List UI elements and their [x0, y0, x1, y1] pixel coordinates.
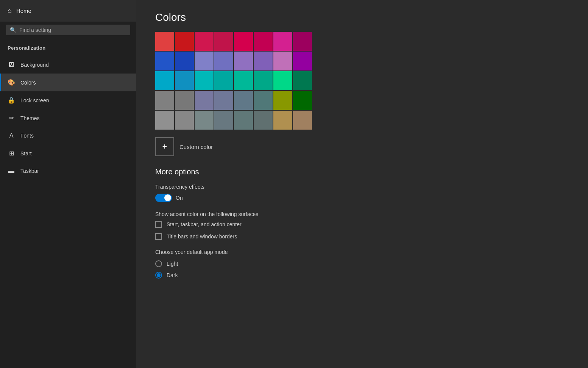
sidebar-item-label-fonts: Fonts	[20, 133, 34, 139]
radio-light-row[interactable]: Light	[155, 260, 569, 267]
sidebar-home[interactable]: ⌂ Home	[0, 0, 136, 22]
color-swatch-31[interactable]	[293, 91, 312, 110]
transparency-toggle-row: On	[155, 194, 569, 202]
sidebar-item-label-background: Background	[20, 62, 49, 68]
color-swatch-22[interactable]	[273, 71, 292, 90]
color-swatch-4[interactable]	[234, 32, 253, 51]
color-grid	[155, 32, 569, 130]
radio-dark-row[interactable]: Dark	[155, 272, 569, 279]
color-swatch-23[interactable]	[293, 71, 312, 90]
transparency-label: Transparency effects	[155, 184, 569, 190]
radio-dark[interactable]	[155, 272, 162, 279]
radio-light[interactable]	[155, 260, 162, 267]
color-swatch-6[interactable]	[273, 32, 292, 51]
start-icon: ⊞	[8, 150, 15, 157]
search-box[interactable]: 🔍	[6, 25, 130, 35]
color-swatch-29[interactable]	[254, 91, 273, 110]
color-swatch-9[interactable]	[175, 52, 194, 70]
radio-light-label: Light	[167, 261, 178, 267]
taskbar-icon: ▬	[8, 168, 15, 174]
checkbox-title-bars-label: Title bars and window borders	[167, 233, 237, 240]
sidebar-item-background[interactable]: 🖼 Background	[0, 56, 136, 74]
more-options-title: More options	[155, 168, 569, 176]
color-swatch-19[interactable]	[214, 71, 233, 90]
color-swatch-16[interactable]	[155, 71, 174, 90]
fonts-icon: A	[8, 132, 15, 139]
sidebar: ⌂ Home 🔍 Personalization 🖼 Background 🎨 …	[0, 0, 136, 368]
checkbox-title-bars-row[interactable]: Title bars and window borders	[155, 233, 569, 240]
radio-dark-label: Dark	[167, 272, 178, 278]
color-swatch-28[interactable]	[234, 91, 253, 110]
color-swatch-15[interactable]	[293, 52, 312, 70]
nav-container: 🖼 Background 🎨 Colors 🔒 Lock screen ✏ Th…	[0, 56, 136, 180]
transparency-on-label: On	[176, 195, 183, 201]
sidebar-item-label-lock-screen: Lock screen	[20, 97, 49, 103]
color-swatch-8[interactable]	[155, 52, 174, 70]
background-icon: 🖼	[8, 61, 15, 68]
custom-color-button[interactable]: + Custom color	[155, 137, 569, 156]
color-swatch-21[interactable]	[254, 71, 273, 90]
checkbox-title-bars[interactable]	[155, 233, 162, 240]
color-swatch-25[interactable]	[175, 91, 194, 110]
color-swatch-20[interactable]	[234, 71, 253, 90]
main-content: Colors + Custom color More options Trans…	[136, 0, 588, 368]
color-swatch-26[interactable]	[195, 91, 214, 110]
custom-color-box-icon: +	[155, 137, 174, 156]
color-swatch-2[interactable]	[195, 32, 214, 51]
color-swatch-27[interactable]	[214, 91, 233, 110]
color-swatch-1[interactable]	[175, 32, 194, 51]
custom-color-label: Custom color	[179, 144, 213, 150]
themes-icon: ✏	[8, 114, 15, 122]
transparency-toggle[interactable]	[155, 194, 172, 202]
sidebar-item-label-start: Start	[20, 150, 32, 157]
search-input[interactable]	[19, 27, 126, 33]
search-icon: 🔍	[10, 27, 16, 33]
colors-icon: 🎨	[8, 79, 15, 86]
sidebar-item-colors[interactable]: 🎨 Colors	[0, 74, 136, 91]
color-swatch-5[interactable]	[254, 32, 273, 51]
sidebar-item-label-colors: Colors	[20, 80, 36, 86]
sidebar-item-taskbar[interactable]: ▬ Taskbar	[0, 162, 136, 180]
color-swatch-30[interactable]	[273, 91, 292, 110]
color-swatch-37[interactable]	[254, 111, 273, 130]
color-swatch-7[interactable]	[293, 32, 312, 51]
color-swatch-0[interactable]	[155, 32, 174, 51]
personalization-label: Personalization	[0, 41, 136, 56]
color-swatch-33[interactable]	[175, 111, 194, 130]
color-swatch-32[interactable]	[155, 111, 174, 130]
lock-screen-icon: 🔒	[8, 97, 15, 104]
sidebar-item-themes[interactable]: ✏ Themes	[0, 109, 136, 127]
sidebar-item-label-themes: Themes	[20, 115, 40, 121]
color-swatch-3[interactable]	[214, 32, 233, 51]
sidebar-item-lock-screen[interactable]: 🔒 Lock screen	[0, 91, 136, 109]
home-icon: ⌂	[8, 7, 12, 15]
color-swatch-34[interactable]	[195, 111, 214, 130]
toggle-knob	[164, 194, 171, 201]
checkbox-start-row[interactable]: Start, taskbar, and action center	[155, 221, 569, 228]
checkbox-start-label: Start, taskbar, and action center	[167, 221, 242, 227]
sidebar-item-fonts[interactable]: A Fonts	[0, 127, 136, 144]
color-swatch-35[interactable]	[214, 111, 233, 130]
sidebar-item-start[interactable]: ⊞ Start	[0, 144, 136, 162]
color-swatch-18[interactable]	[195, 71, 214, 90]
color-swatch-14[interactable]	[273, 52, 292, 70]
color-swatch-17[interactable]	[175, 71, 194, 90]
color-swatch-13[interactable]	[254, 52, 273, 70]
color-swatch-39[interactable]	[293, 111, 312, 130]
page-title: Colors	[155, 11, 569, 23]
color-swatch-24[interactable]	[155, 91, 174, 110]
app-mode-label: Choose your default app mode	[155, 249, 569, 255]
accent-surface-label: Show accent color on the following surfa…	[155, 211, 569, 217]
color-swatch-10[interactable]	[195, 52, 214, 70]
color-swatch-36[interactable]	[234, 111, 253, 130]
color-swatch-38[interactable]	[273, 111, 292, 130]
sidebar-item-label-taskbar: Taskbar	[20, 168, 39, 174]
color-swatch-12[interactable]	[234, 52, 253, 70]
color-swatch-11[interactable]	[214, 52, 233, 70]
home-label: Home	[16, 8, 31, 14]
checkbox-start[interactable]	[155, 221, 162, 228]
